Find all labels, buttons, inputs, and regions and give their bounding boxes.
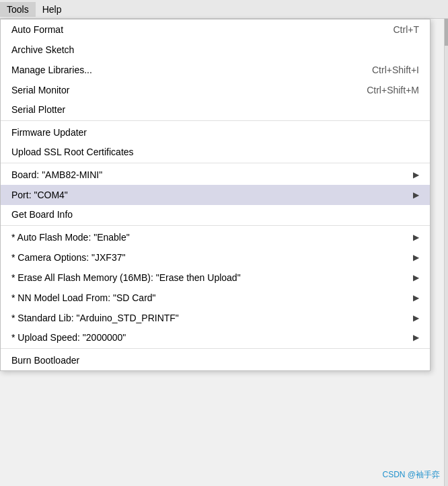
- menu-item-label-auto-flash-mode: * Auto Flash Mode: "Enable": [11, 232, 402, 243]
- menu-item-label-port: Port: "COM4": [11, 190, 402, 200]
- menu-item-label-firmware-updater: Firmware Updater: [11, 127, 419, 138]
- menu-item-label-manage-libraries: Manage Libraries...: [11, 65, 345, 75]
- menu-item-nn-model[interactable]: * NN Model Load From: "SD Card"▶: [1, 288, 430, 308]
- menu-item-label-get-board-info: Get Board Info: [11, 209, 419, 220]
- menu-item-label-camera-options: * Camera Options: "JXF37": [11, 252, 402, 263]
- menu-item-shortcut-auto-format: Ctrl+T: [394, 24, 420, 35]
- menu-item-auto-format[interactable]: Auto FormatCtrl+T: [1, 19, 430, 40]
- menu-help[interactable]: Help: [36, 2, 69, 17]
- menu-item-label-upload-speed: * Upload Speed: "2000000": [11, 332, 402, 343]
- menu-item-serial-plotter[interactable]: Serial Plotter: [1, 100, 430, 121]
- menu-item-manage-libraries[interactable]: Manage Libraries...Ctrl+Shift+I: [1, 60, 430, 80]
- menu-item-firmware-updater[interactable]: Firmware Updater: [1, 122, 430, 143]
- menu-item-label-erase-flash: * Erase All Flash Memory (16MB): "Erase …: [11, 272, 402, 283]
- menu-item-label-archive-sketch: Archive Sketch: [11, 44, 419, 55]
- menu-item-label-serial-plotter: Serial Plotter: [11, 104, 419, 115]
- menu-item-arrow-erase-flash: ▶: [413, 273, 419, 282]
- menu-item-archive-sketch[interactable]: Archive Sketch: [1, 40, 430, 60]
- menu-item-shortcut-serial-monitor: Ctrl+Shift+M: [367, 85, 419, 95]
- scrollbar-thumb[interactable]: [445, 19, 448, 46]
- menu-item-upload-ssl[interactable]: Upload SSL Root Certificates: [1, 143, 430, 163]
- menu-item-arrow-auto-flash-mode: ▶: [413, 233, 419, 242]
- menu-item-erase-flash[interactable]: * Erase All Flash Memory (16MB): "Erase …: [1, 268, 430, 288]
- menu-item-label-board: Board: "AMB82-MINI": [11, 169, 402, 180]
- menu-item-arrow-nn-model: ▶: [413, 293, 419, 302]
- tools-dropdown: Auto FormatCtrl+TArchive SketchManage Li…: [0, 19, 431, 371]
- menu-item-label-serial-monitor: Serial Monitor: [11, 85, 340, 95]
- menu-item-board[interactable]: Board: "AMB82-MINI"▶: [1, 165, 430, 185]
- menu-bar: Tools Help: [0, 0, 448, 19]
- menu-item-burn-bootloader[interactable]: Burn Bootloader: [1, 350, 430, 370]
- menu-item-label-auto-format: Auto Format: [11, 24, 367, 35]
- menu-item-port[interactable]: Port: "COM4"▶: [1, 185, 430, 205]
- menu-item-auto-flash-mode[interactable]: * Auto Flash Mode: "Enable"▶: [1, 227, 430, 247]
- menu-tools[interactable]: Tools: [0, 2, 36, 17]
- menu-item-arrow-standard-lib: ▶: [413, 313, 419, 323]
- menu-item-upload-speed[interactable]: * Upload Speed: "2000000"▶: [1, 328, 430, 349]
- menu-item-label-standard-lib: * Standard Lib: "Arduino_STD_PRINTF": [11, 313, 402, 323]
- menu-item-arrow-upload-speed: ▶: [413, 333, 419, 342]
- menu-item-shortcut-manage-libraries: Ctrl+Shift+I: [372, 65, 419, 75]
- menu-item-label-nn-model: * NN Model Load From: "SD Card": [11, 292, 402, 303]
- menu-item-serial-monitor[interactable]: Serial MonitorCtrl+Shift+M: [1, 80, 430, 100]
- menu-item-arrow-port: ▶: [413, 190, 419, 200]
- menu-item-label-burn-bootloader: Burn Bootloader: [11, 355, 419, 366]
- menu-item-arrow-camera-options: ▶: [413, 253, 419, 262]
- watermark: CSDN @袖手弈: [382, 469, 440, 481]
- menu-item-get-board-info[interactable]: Get Board Info: [1, 205, 430, 226]
- menu-item-arrow-board: ▶: [413, 170, 419, 179]
- menu-item-camera-options[interactable]: * Camera Options: "JXF37"▶: [1, 247, 430, 268]
- scrollbar[interactable]: [444, 19, 448, 486]
- menu-item-label-upload-ssl: Upload SSL Root Certificates: [11, 147, 419, 157]
- menu-item-standard-lib[interactable]: * Standard Lib: "Arduino_STD_PRINTF"▶: [1, 308, 430, 328]
